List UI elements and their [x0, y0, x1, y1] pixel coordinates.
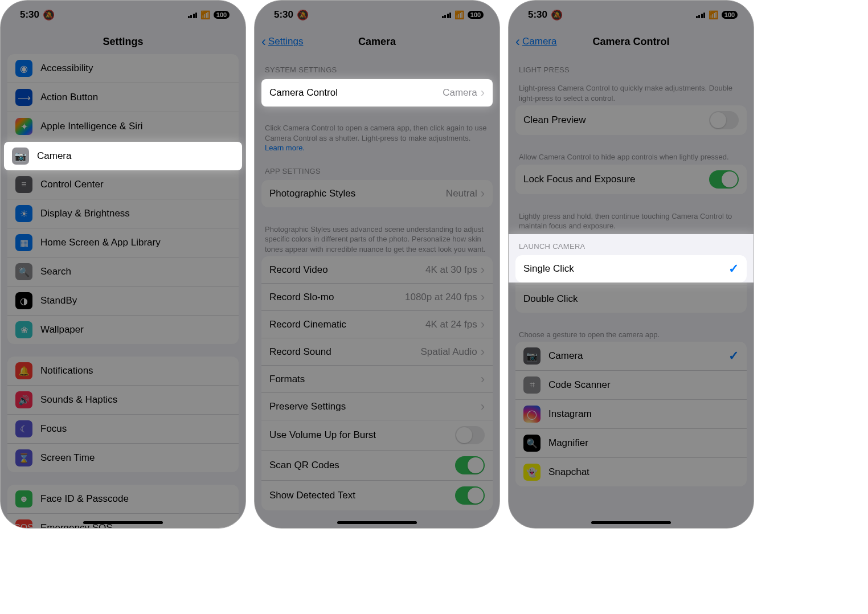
settings-row-camera-app-icon: 📷 — [12, 148, 29, 165]
cc-row-code-scanner-app-icon: ⌗ — [523, 376, 541, 394]
camera-row-record-video[interactable]: Record Video4K at 30 fps› — [261, 256, 493, 284]
settings-row-face-id-passcode-app-icon: ☻ — [15, 490, 32, 507]
camera-row-preserve-settings[interactable]: Preserve Settings› — [261, 393, 493, 420]
settings-row-accessibility-app-icon: ◉ — [15, 60, 32, 77]
camera-row-show-detected-text-toggle[interactable] — [455, 486, 485, 505]
learn-more-link[interactable]: Learn more. — [265, 144, 305, 152]
wifi-icon: 📶 — [200, 10, 210, 19]
cc-row-clean-preview[interactable]: Clean Preview — [515, 105, 747, 135]
cc-row-camera-label: Camera — [548, 350, 728, 362]
highlighted-row: 📷Camera — [4, 142, 242, 170]
cellular-icon — [696, 11, 706, 18]
camera-row-scan-qr-codes[interactable]: Scan QR Codes — [261, 451, 493, 481]
cc-row-snapchat[interactable]: 👻Snapchat — [515, 458, 747, 486]
settings-row-accessibility[interactable]: ◉Accessibility — [7, 54, 239, 83]
settings-row-sounds-haptics[interactable]: 🔊Sounds & Haptics — [7, 386, 239, 415]
camera-row-show-detected-text[interactable]: Show Detected Text — [261, 481, 493, 510]
cc-row-camera[interactable]: 📷Camera✓ — [515, 342, 747, 371]
camera-row-camera-control[interactable]: Camera ControlCamera› — [261, 79, 493, 107]
camera-row-scan-qr-codes-label: Scan QR Codes — [269, 460, 455, 471]
settings-row-wallpaper[interactable]: ❀Wallpaper — [7, 316, 239, 344]
settings-row-search[interactable]: 🔍Search — [7, 257, 239, 286]
settings-row-search-label: Search — [40, 266, 231, 277]
settings-row-standby-label: StandBy — [40, 295, 231, 306]
camera-row-record-slo-mo[interactable]: Record Slo-mo1080p at 240 fps› — [261, 284, 493, 311]
checkmark-icon: ✓ — [728, 261, 739, 276]
camera-row-photographic-styles-value: Neutral — [446, 188, 477, 199]
silent-icon — [297, 9, 309, 21]
settings-row-control-center[interactable]: ≡Control Center — [7, 170, 239, 199]
camera-row-use-volume-up-for-burst-toggle[interactable] — [455, 426, 485, 444]
camera-row-record-sound-label: Record Sound — [269, 346, 420, 358]
camera-row-scan-qr-codes-toggle[interactable] — [455, 456, 485, 474]
page-title: Settings — [103, 36, 143, 48]
camera-row-record-cinematic-label: Record Cinematic — [269, 319, 425, 330]
silent-icon — [43, 9, 55, 21]
cellular-icon — [188, 11, 198, 18]
cc-row-lock-focus-and-exposure-toggle[interactable] — [709, 170, 739, 189]
camera-row-camera-control-value: Camera — [443, 87, 477, 99]
settings-row-face-id-passcode[interactable]: ☻Face ID & Passcode — [7, 485, 239, 514]
camera-row-preserve-settings-label: Preserve Settings — [269, 401, 481, 412]
camera-row-record-cinematic[interactable]: Record Cinematic4K at 24 fps› — [261, 311, 493, 338]
home-indicator[interactable] — [83, 521, 163, 524]
cc-row-instagram-label: Instagram — [548, 408, 739, 420]
settings-row-home-screen-app-library-app-icon: ▦ — [15, 234, 32, 251]
settings-row-display-brightness[interactable]: ☀Display & Brightness — [7, 199, 239, 228]
cc-row-snapchat-app-icon: 👻 — [523, 464, 541, 481]
cc-row-instagram[interactable]: ◯Instagram — [515, 400, 747, 429]
page-title: Camera Control — [592, 36, 669, 48]
settings-row-standby-app-icon: ◑ — [15, 292, 32, 309]
settings-row-display-brightness-app-icon: ☀ — [15, 205, 32, 222]
camera-row-record-cinematic-value: 4K at 24 fps — [425, 319, 477, 330]
cc-row-double-click[interactable]: Double Click — [515, 285, 747, 313]
settings-row-notifications[interactable]: 🔔Notifications — [7, 357, 239, 386]
home-indicator[interactable] — [337, 521, 417, 524]
highlighted-row: Camera ControlCamera› — [261, 79, 493, 107]
back-label: Camera — [522, 36, 556, 47]
settings-row-screen-time-label: Screen Time — [40, 452, 231, 464]
section-header: LIGHT PRESS — [509, 54, 754, 79]
cc-row-code-scanner[interactable]: ⌗Code Scanner — [515, 371, 747, 400]
camera-row-use-volume-up-for-burst-label: Use Volume Up for Burst — [269, 429, 455, 441]
home-indicator[interactable] — [591, 521, 671, 524]
camera-row-photographic-styles[interactable]: Photographic StylesNeutral› — [261, 180, 493, 207]
cc-row-lock-focus-and-exposure[interactable]: Lock Focus and Exposure — [515, 165, 747, 194]
camera-row-formats-label: Formats — [269, 374, 481, 385]
cc-row-single-click[interactable]: Single Click✓ — [515, 255, 747, 283]
chevron-right-icon: › — [481, 400, 485, 413]
camera-row-use-volume-up-for-burst[interactable]: Use Volume Up for Burst — [261, 420, 493, 451]
settings-row-sounds-haptics-label: Sounds & Haptics — [40, 394, 231, 406]
section-header: APP SETTINGS — [255, 155, 499, 180]
screenshot-1-settings: 5:30 📶 100 Settings ◉Accessibility⟶Actio… — [0, 0, 246, 529]
settings-row-apple-intelligence-siri[interactable]: ✦Apple Intelligence & Siri — [7, 112, 239, 141]
cc-row-clean-preview-label: Clean Preview — [523, 114, 709, 126]
settings-row-standby[interactable]: ◑StandBy — [7, 286, 239, 316]
settings-row-camera[interactable]: 📷Camera — [4, 142, 242, 170]
settings-row-focus[interactable]: ☾Focus — [7, 415, 239, 444]
settings-row-screen-time-app-icon: ⌛ — [15, 449, 32, 466]
back-button[interactable]: ‹ Camera — [515, 29, 556, 54]
settings-row-screen-time[interactable]: ⌛Screen Time — [7, 444, 239, 472]
chevron-left-icon: ‹ — [261, 35, 266, 48]
camera-row-formats[interactable]: Formats› — [261, 366, 493, 393]
camera-row-record-slo-mo-label: Record Slo-mo — [269, 292, 405, 303]
settings-row-home-screen-app-library[interactable]: ▦Home Screen & App Library — [7, 228, 239, 257]
cc-row-clean-preview-toggle[interactable] — [709, 111, 739, 129]
camera-row-record-slo-mo-value: 1080p at 240 fps — [405, 292, 477, 303]
status-time: 5:30 — [274, 9, 293, 21]
cc-row-lock-focus-and-exposure-label: Lock Focus and Exposure — [523, 174, 709, 185]
cc-row-magnifier[interactable]: 🔍Magnifier — [515, 429, 747, 458]
camera-row-record-sound[interactable]: Record SoundSpatial Audio› — [261, 338, 493, 366]
nav-header: ‹ Settings Camera — [255, 29, 499, 54]
settings-row-action-button[interactable]: ⟶Action Button — [7, 83, 239, 112]
settings-row-search-app-icon: 🔍 — [15, 263, 32, 280]
cc-row-magnifier-app-icon: 🔍 — [523, 435, 541, 452]
settings-row-control-center-app-icon: ≡ — [15, 176, 32, 193]
settings-row-notifications-label: Notifications — [40, 365, 231, 376]
back-button[interactable]: ‹ Settings — [261, 29, 303, 54]
camera-row-camera-control-label: Camera Control — [269, 87, 443, 99]
nav-header: ‹ Camera Camera Control — [509, 29, 754, 54]
camera-row-record-video-value: 4K at 30 fps — [425, 264, 477, 276]
section-header: LAUNCH CAMERA — [509, 234, 754, 255]
